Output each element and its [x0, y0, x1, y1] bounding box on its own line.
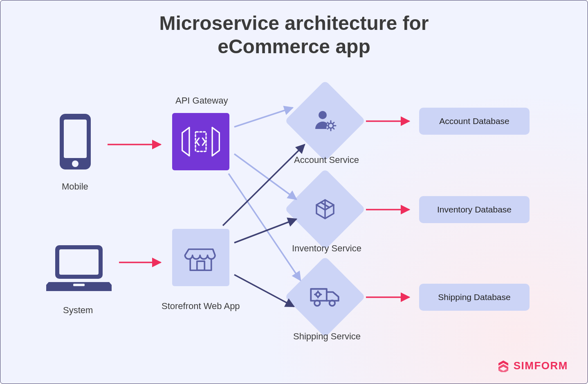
svg-rect-9	[197, 261, 204, 270]
api-gateway-icon	[179, 120, 223, 164]
mobile-client-node	[59, 113, 92, 170]
account-service-node	[296, 92, 354, 149]
system-label: System	[63, 305, 93, 316]
inventory-database-label: Inventory Database	[437, 205, 512, 215]
shipping-service-label: Shipping Service	[293, 331, 361, 342]
inventory-service-label: Inventory Service	[292, 243, 361, 254]
svg-rect-20	[311, 289, 327, 301]
svg-line-17	[333, 128, 334, 129]
svg-line-16	[328, 122, 329, 124]
arrow-storefront-to-inventory	[234, 219, 296, 243]
account-database-label: Account Database	[439, 116, 509, 126]
svg-point-11	[328, 123, 333, 128]
shipping-database-node: Shipping Database	[419, 284, 530, 311]
inventory-icon	[314, 198, 337, 221]
account-service-label: Account Service	[294, 155, 359, 165]
arrow-gateway-to-inventory	[234, 154, 296, 199]
account-database-node: Account Database	[419, 108, 530, 135]
truck-icon	[309, 286, 341, 308]
svg-line-19	[328, 128, 329, 129]
api-gateway-node	[172, 113, 229, 170]
user-gear-icon	[312, 108, 338, 134]
svg-rect-5	[73, 284, 85, 286]
svg-point-2	[72, 160, 79, 167]
laptop-icon	[46, 244, 112, 293]
shipping-service-node	[296, 268, 354, 325]
brand-text: SIMFORM	[514, 359, 568, 372]
inventory-database-node: Inventory Database	[419, 196, 530, 223]
storefront-node	[172, 229, 229, 286]
inventory-service-node	[296, 181, 354, 238]
arrow-gateway-to-shipping	[229, 174, 301, 280]
svg-rect-1	[64, 120, 87, 158]
storefront-icon	[182, 239, 220, 276]
simform-logo-icon	[497, 360, 509, 372]
svg-rect-4	[59, 249, 99, 275]
mobile-label: Mobile	[62, 181, 88, 192]
shipping-database-label: Shipping Database	[438, 292, 510, 302]
system-client-node	[46, 244, 112, 293]
arrow-storefront-to-shipping	[234, 275, 294, 307]
api-gateway-label: API Gateway	[175, 95, 228, 106]
mobile-icon	[59, 113, 92, 170]
diagram-title: Microservice architecture for eCommerce …	[0, 12, 588, 58]
arrow-gateway-to-account	[234, 108, 293, 127]
storefront-label: Storefront Web App	[162, 301, 240, 312]
svg-line-18	[333, 122, 334, 124]
brand-logo: SIMFORM	[497, 359, 568, 372]
diagram-canvas: Microservice architecture for eCommerce …	[0, 0, 588, 384]
svg-point-10	[319, 111, 327, 119]
